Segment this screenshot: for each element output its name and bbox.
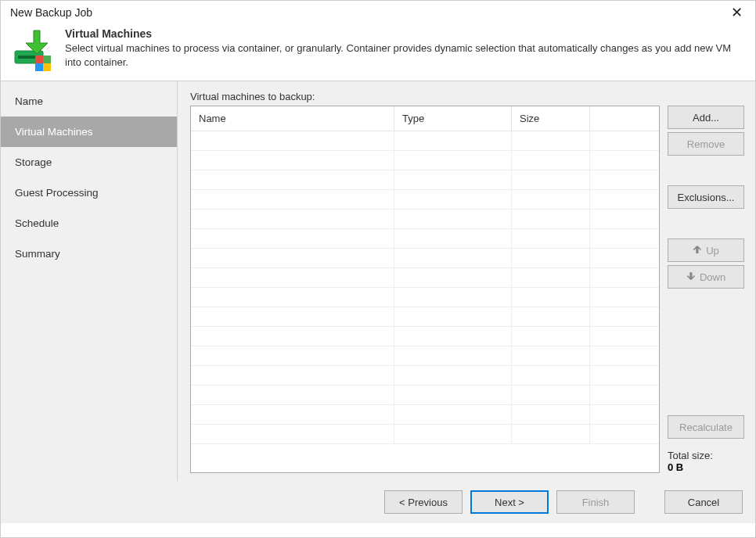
content-pane: Virtual machines to backup: Name Type Si… [178, 81, 755, 481]
arrow-down-icon: 🡳 [686, 271, 696, 282]
previous-button[interactable]: < Previous [384, 490, 463, 514]
exclusions-button[interactable]: Exclusions... [668, 185, 744, 209]
total-size-label: Total size: [668, 450, 744, 461]
total-size-block: Total size: 0 B [668, 450, 744, 473]
wizard-body: Name Virtual Machines Storage Guest Proc… [1, 81, 755, 481]
move-up-label: Up [706, 245, 719, 256]
add-button[interactable]: Add... [668, 106, 744, 129]
vm-table[interactable]: Name Type Size [190, 106, 660, 473]
sidebar-item-schedule[interactable]: Schedule [1, 208, 177, 239]
svg-rect-3 [43, 56, 51, 63]
column-header-size[interactable]: Size [512, 106, 590, 131]
list-label: Virtual machines to backup: [190, 91, 744, 102]
titlebar: New Backup Job ✕ [1, 1, 755, 23]
table-header: Name Type Size [191, 106, 659, 131]
close-icon[interactable]: ✕ [725, 5, 747, 20]
arrow-up-icon: 🡱 [693, 245, 702, 256]
sidebar-item-name[interactable]: Name [1, 86, 177, 117]
page-title: Virtual Machines [65, 27, 744, 40]
table-body [191, 131, 659, 472]
backup-icon [12, 27, 56, 71]
page-description: Select virtual machines to process via c… [65, 41, 744, 69]
table-row[interactable] [191, 425, 659, 444]
wizard-header: Virtual Machines Select virtual machines… [1, 23, 755, 81]
table-row[interactable] [191, 170, 659, 190]
move-down-label: Down [700, 271, 725, 283]
sidebar-item-summary[interactable]: Summary [1, 239, 177, 269]
column-header-spacer [590, 106, 659, 131]
column-header-type[interactable]: Type [394, 106, 512, 131]
svg-rect-5 [43, 63, 51, 71]
table-row[interactable] [191, 131, 659, 151]
table-row[interactable] [191, 249, 659, 268]
move-up-button: 🡱 Up [668, 239, 744, 262]
table-row[interactable] [191, 151, 659, 170]
recalculate-button: Recalculate [668, 415, 744, 439]
sidebar-item-virtual-machines[interactable]: Virtual Machines [1, 117, 177, 147]
table-row[interactable] [191, 346, 659, 366]
wizard-steps-sidebar: Name Virtual Machines Storage Guest Proc… [1, 81, 178, 481]
window-title: New Backup Job [10, 6, 92, 19]
remove-button: Remove [668, 132, 744, 156]
wizard-footer: < Previous Next > Finish Cancel [1, 481, 755, 523]
finish-button: Finish [556, 490, 635, 514]
total-size-value: 0 B [668, 461, 744, 473]
sidebar-item-storage[interactable]: Storage [1, 147, 177, 178]
table-row[interactable] [191, 405, 659, 425]
table-row[interactable] [191, 288, 659, 307]
table-row[interactable] [191, 386, 659, 405]
table-row[interactable] [191, 268, 659, 288]
svg-rect-2 [35, 56, 43, 63]
next-button[interactable]: Next > [470, 490, 549, 514]
sidebar-item-guest-processing[interactable]: Guest Processing [1, 178, 177, 208]
column-header-name[interactable]: Name [191, 106, 394, 131]
table-row[interactable] [191, 210, 659, 229]
side-buttons: Add... Remove Exclusions... 🡱 Up 🡳 Down … [668, 106, 744, 473]
cancel-button[interactable]: Cancel [664, 490, 743, 514]
svg-rect-4 [35, 63, 43, 71]
table-row[interactable] [191, 229, 659, 249]
table-row[interactable] [191, 307, 659, 327]
table-row[interactable] [191, 190, 659, 210]
table-row[interactable] [191, 366, 659, 386]
move-down-button: 🡳 Down [668, 265, 744, 289]
table-row[interactable] [191, 327, 659, 346]
